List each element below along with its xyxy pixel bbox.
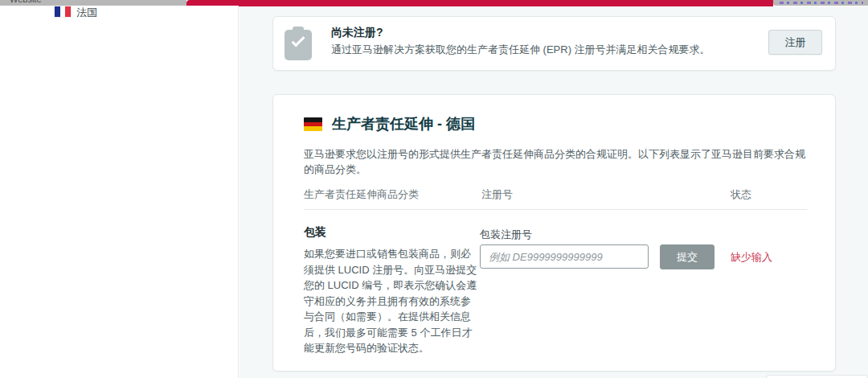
register-button[interactable]: 注册 (768, 30, 822, 55)
register-prompt-card: 尚未注册? 通过亚马逊解决方案获取您的生产者责任延伸 (EPR) 注册号并满足相… (272, 16, 836, 71)
france-flag-icon (55, 6, 71, 17)
browser-bookmark-strip (773, 0, 868, 6)
browser-tab-strip: Website (0, 0, 186, 6)
epr-germany-card: 生产者责任延伸 - 德国 亚马逊要求您以注册号的形式提供生产者责任延伸商品分类的… (272, 94, 836, 372)
registration-number-input[interactable] (480, 244, 649, 269)
clipped-bookmark-text (780, 2, 863, 4)
sidebar-item-france[interactable]: 法国 (76, 6, 97, 20)
column-header-registration-number: 注册号 (481, 187, 513, 202)
registration-input-label: 包装注册号 (480, 228, 532, 242)
page-accent-bar (186, 0, 773, 6)
register-card-description: 通过亚马逊解决方案获取您的生产者责任延伸 (EPR) 注册号并满足相关合规要求。 (331, 43, 710, 57)
register-card-title: 尚未注册? (331, 26, 383, 40)
sidebar: 法国 (0, 6, 239, 378)
submit-button[interactable]: 提交 (660, 244, 714, 269)
column-header-status: 状态 (731, 187, 751, 202)
next-card-peek (766, 375, 868, 378)
clipboard-check-icon (285, 27, 312, 60)
category-description: 如果您要进口或销售包装商品，则必须提供 LUCID 注册号。向亚马逊提交您的 L… (304, 246, 481, 356)
category-name: 包装 (304, 225, 326, 240)
column-header-category: 生产者责任延伸商品分类 (304, 187, 419, 202)
germany-flag-icon (304, 117, 322, 131)
status-badge: 缺少输入 (731, 250, 772, 265)
epr-card-description: 亚马逊要求您以注册号的形式提供生产者责任延伸商品分类的合规证明。以下列表显示了亚… (304, 146, 810, 177)
table-header-divider (304, 209, 807, 210)
epr-card-title: 生产者责任延伸 - 德国 (332, 114, 475, 134)
browser-tab-label[interactable]: Website (10, 0, 42, 4)
